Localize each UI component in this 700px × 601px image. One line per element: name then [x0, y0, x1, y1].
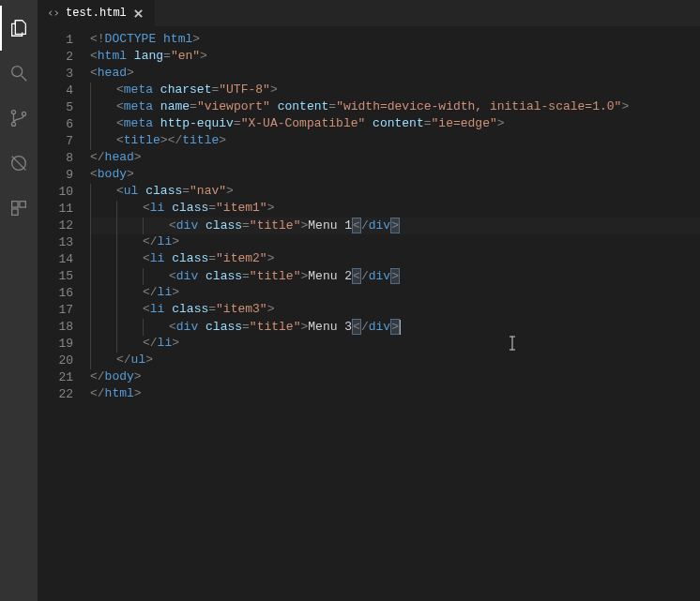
- tab-filename: test.html: [66, 7, 127, 20]
- files-icon: [8, 18, 29, 38]
- code-line: <meta name="viewport" content="width=dev…: [90, 99, 700, 116]
- line-number: 17: [38, 302, 73, 319]
- branch-icon: [8, 108, 29, 128]
- close-icon: [133, 8, 144, 19]
- line-number: 15: [38, 268, 73, 285]
- explorer-tab[interactable]: [0, 6, 38, 51]
- code-line: <ul class="nav">: [90, 184, 700, 201]
- code-line: </ul>: [90, 353, 700, 369]
- svg-point-3: [11, 122, 15, 126]
- code-line: <div class="title">Menu 3</div>: [90, 319, 700, 336]
- line-number: 1: [38, 32, 73, 49]
- code-line: <li class="item1">: [90, 201, 700, 218]
- code-line: <div class="title">Menu 1</div>: [90, 218, 700, 234]
- code-line: <meta charset="UTF-8">: [90, 83, 700, 99]
- code-line: <body>: [90, 167, 700, 184]
- extensions-tab[interactable]: [0, 186, 38, 231]
- editor[interactable]: 1 2 3 4 5 6 7 8 9 10 11 12 13 14 15 16 1…: [38, 26, 700, 601]
- code-line: <!DOCTYPE html>: [90, 32, 700, 49]
- svg-point-2: [11, 111, 15, 114]
- line-number: 12: [38, 218, 73, 234]
- code-line: </li>: [90, 234, 700, 251]
- code-file-icon: [47, 7, 60, 20]
- code-line: <head>: [90, 66, 700, 83]
- code-line: <title></title>: [90, 133, 700, 150]
- line-number: 22: [38, 386, 73, 403]
- code-line: <meta http-equiv="X-UA-Compatible" conte…: [90, 116, 700, 133]
- line-number: 16: [38, 285, 73, 302]
- svg-point-0: [12, 67, 23, 77]
- search-icon: [8, 63, 29, 83]
- svg-line-1: [22, 76, 27, 82]
- line-number: 19: [38, 336, 73, 353]
- debug-tab[interactable]: [0, 141, 38, 186]
- tab-bar: test.html: [38, 0, 700, 26]
- bug-icon: [8, 153, 29, 173]
- line-number: 13: [38, 234, 73, 251]
- scm-tab[interactable]: [0, 96, 38, 141]
- line-number: 4: [38, 83, 73, 99]
- line-number: 7: [38, 133, 73, 150]
- svg-rect-9: [12, 209, 18, 215]
- line-number: 9: [38, 167, 73, 184]
- code-line: </li>: [90, 336, 700, 353]
- line-number: 11: [38, 201, 73, 218]
- line-number: 3: [38, 66, 73, 83]
- code-line: <li class="item3">: [90, 302, 700, 319]
- code-line: </body>: [90, 369, 700, 386]
- line-number: 20: [38, 353, 73, 369]
- code-area[interactable]: <!DOCTYPE html> <html lang="en"> <head> …: [90, 26, 700, 601]
- search-tab[interactable]: [0, 51, 38, 96]
- code-line: <html lang="en">: [90, 49, 700, 66]
- line-number: 5: [38, 99, 73, 116]
- line-number-gutter: 1 2 3 4 5 6 7 8 9 10 11 12 13 14 15 16 1…: [38, 26, 90, 601]
- code-line: <li class="item2">: [90, 251, 700, 268]
- line-number: 18: [38, 319, 73, 336]
- line-number: 21: [38, 369, 73, 386]
- extensions-icon: [8, 198, 29, 218]
- line-number: 8: [38, 150, 73, 167]
- activity-bar: [0, 0, 38, 601]
- code-line: </li>: [90, 285, 700, 302]
- svg-rect-8: [20, 202, 25, 207]
- line-number: 6: [38, 116, 73, 133]
- code-line: </html>: [90, 386, 700, 403]
- svg-point-4: [22, 112, 25, 115]
- line-number: 14: [38, 251, 73, 268]
- text-cursor: [400, 320, 401, 335]
- line-number: 10: [38, 184, 73, 201]
- editor-tab[interactable]: test.html: [38, 0, 156, 26]
- line-number: 2: [38, 49, 73, 66]
- code-line: </head>: [90, 150, 700, 167]
- svg-rect-7: [12, 202, 18, 207]
- code-line: <div class="title">Menu 2</div>: [90, 268, 700, 285]
- close-tab-button[interactable]: [132, 7, 145, 20]
